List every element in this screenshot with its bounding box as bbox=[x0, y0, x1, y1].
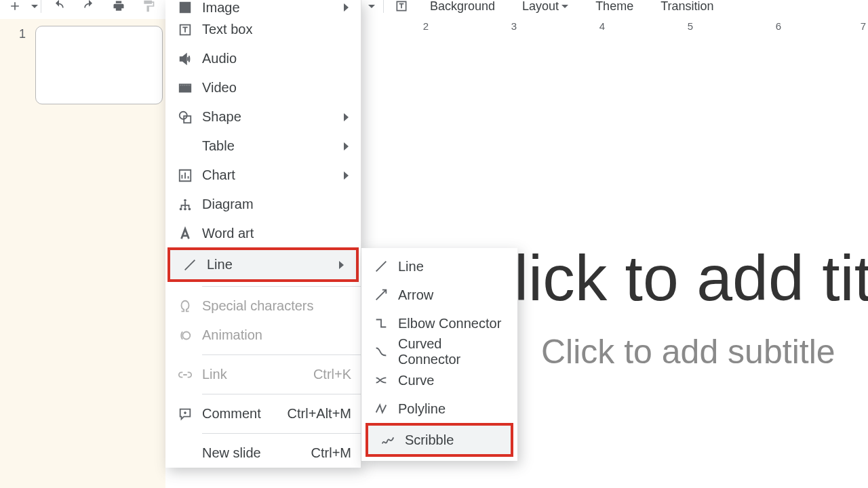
menu-label: Audio bbox=[202, 51, 237, 66]
menu-label: Line bbox=[207, 257, 233, 272]
menu-comment[interactable]: Comment Ctrl+Alt+M bbox=[165, 399, 361, 428]
curve-icon bbox=[374, 373, 389, 388]
submenu-label: Elbow Connector bbox=[398, 316, 501, 331]
menu-special-characters[interactable]: Special characters bbox=[165, 291, 361, 321]
submenu-scribble[interactable]: Scribble bbox=[366, 423, 513, 457]
link-icon bbox=[178, 367, 193, 382]
ruler-tick: 7 bbox=[861, 20, 866, 32]
menu-separator bbox=[202, 394, 361, 394]
ruler-tick: 6 bbox=[776, 20, 781, 32]
submenu-line[interactable]: Line bbox=[361, 252, 517, 281]
menu-shape[interactable]: Shape bbox=[165, 102, 361, 131]
menu-chart[interactable]: Chart bbox=[165, 161, 361, 190]
ruler-tick: 5 bbox=[688, 20, 693, 32]
subtitle-placeholder[interactable]: Click to add subtitle bbox=[541, 332, 835, 371]
video-icon bbox=[178, 81, 193, 96]
new-slide-dropdown[interactable] bbox=[31, 5, 38, 8]
submenu-label: Curve bbox=[398, 373, 434, 388]
submenu-arrow-icon bbox=[344, 3, 349, 12]
svg-point-3 bbox=[180, 207, 182, 210]
blank-icon bbox=[178, 446, 193, 461]
toolbar: Background Layout Theme Transition bbox=[0, 0, 868, 19]
arrow-icon bbox=[374, 287, 389, 302]
menu-wordart[interactable]: Word art bbox=[165, 219, 361, 248]
layout-button[interactable]: Layout bbox=[522, 0, 568, 14]
new-slide-icon[interactable] bbox=[8, 0, 22, 13]
theme-button[interactable]: Theme bbox=[595, 0, 633, 14]
polyline-icon bbox=[374, 401, 389, 416]
insert-menu: Image Text box Audio Video Shape Table C… bbox=[165, 0, 361, 468]
menu-link[interactable]: Link Ctrl+K bbox=[165, 360, 361, 389]
menu-audio[interactable]: Audio bbox=[165, 44, 361, 73]
menu-label: Link bbox=[202, 367, 227, 382]
menu-table[interactable]: Table bbox=[165, 131, 361, 161]
comment-icon bbox=[178, 407, 193, 422]
animation-icon bbox=[178, 328, 193, 343]
svg-rect-1 bbox=[184, 116, 191, 123]
ruler-tick: 3 bbox=[511, 20, 517, 32]
submenu-arrow-icon bbox=[344, 113, 349, 121]
textbox-icon bbox=[178, 22, 193, 37]
submenu-polyline[interactable]: Polyline bbox=[361, 394, 517, 423]
submenu-arrow[interactable]: Arrow bbox=[361, 281, 517, 309]
svg-point-5 bbox=[189, 207, 191, 210]
svg-point-4 bbox=[184, 207, 186, 210]
line-icon bbox=[374, 259, 389, 274]
shortcut: Ctrl+K bbox=[313, 367, 351, 382]
slide-number: 1 bbox=[19, 27, 26, 41]
audio-icon bbox=[178, 52, 193, 66]
curved-connector-icon bbox=[374, 344, 389, 359]
line-submenu: Line Arrow Elbow Connector Curved Connec… bbox=[361, 248, 517, 461]
submenu-label: Arrow bbox=[398, 287, 433, 303]
shortcut: Ctrl+Alt+M bbox=[288, 406, 351, 422]
menu-label: Chart bbox=[202, 167, 235, 183]
wordart-icon bbox=[178, 226, 193, 241]
slide-thumbnail[interactable]: 1 bbox=[19, 26, 165, 104]
slide-thumb[interactable] bbox=[35, 26, 163, 104]
menu-line[interactable]: Line bbox=[167, 247, 359, 282]
menu-label: Shape bbox=[202, 109, 241, 125]
menu-label: Text box bbox=[202, 22, 252, 37]
redo-icon[interactable] bbox=[82, 0, 96, 13]
menu-label: Special characters bbox=[202, 298, 314, 314]
menu-label: Image bbox=[202, 0, 240, 16]
paint-format-icon[interactable] bbox=[142, 0, 155, 13]
menu-label: Comment bbox=[202, 406, 261, 422]
submenu-label: Curved Connector bbox=[398, 336, 508, 367]
menu-label: Video bbox=[202, 80, 237, 96]
ruler-tick: 4 bbox=[599, 20, 605, 32]
print-icon[interactable] bbox=[112, 0, 125, 13]
menu-image[interactable]: Image bbox=[165, 0, 361, 15]
menu-label: Table bbox=[202, 138, 235, 154]
insert-textbox-icon[interactable] bbox=[395, 0, 408, 13]
submenu-curved-connector[interactable]: Curved Connector bbox=[361, 338, 517, 366]
menu-label: Animation bbox=[202, 327, 262, 343]
menu-diagram[interactable]: Diagram bbox=[165, 190, 361, 219]
menu-animation[interactable]: Animation bbox=[165, 321, 361, 350]
submenu-arrow-icon bbox=[344, 142, 349, 150]
svg-point-6 bbox=[182, 331, 190, 339]
separator bbox=[41, 0, 41, 13]
chart-icon bbox=[178, 168, 193, 183]
submenu-label: Scribble bbox=[405, 432, 454, 448]
separator bbox=[383, 0, 384, 13]
menu-video[interactable]: Video bbox=[165, 73, 361, 102]
zoom-dropdown[interactable] bbox=[368, 5, 375, 8]
menu-label: Word art bbox=[202, 226, 254, 241]
undo-icon[interactable] bbox=[52, 0, 66, 13]
svg-point-2 bbox=[184, 199, 186, 201]
menu-textbox[interactable]: Text box bbox=[165, 15, 361, 44]
submenu-elbow-connector[interactable]: Elbow Connector bbox=[361, 309, 517, 338]
line-icon bbox=[182, 258, 197, 272]
omega-icon bbox=[178, 299, 193, 314]
submenu-label: Line bbox=[398, 259, 424, 274]
menu-separator bbox=[202, 286, 361, 287]
transition-button[interactable]: Transition bbox=[660, 0, 713, 14]
background-button[interactable]: Background bbox=[430, 0, 495, 14]
submenu-curve[interactable]: Curve bbox=[361, 366, 517, 394]
image-icon bbox=[178, 0, 193, 15]
menu-new-slide[interactable]: New slide Ctrl+M bbox=[165, 439, 361, 468]
menu-label: Diagram bbox=[202, 197, 254, 212]
title-placeholder[interactable]: lick to add tit bbox=[514, 241, 868, 315]
slide-panel: 1 bbox=[0, 19, 165, 488]
